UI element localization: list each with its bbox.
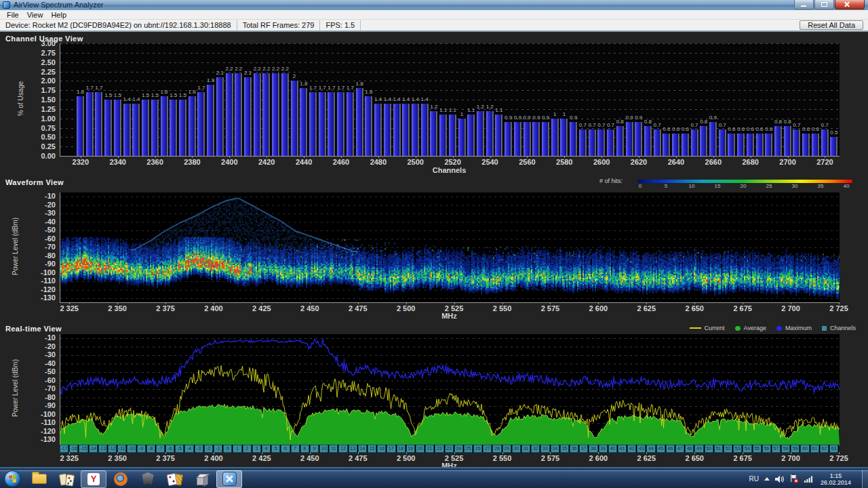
maximize-button[interactable] [814,0,834,9]
usage-bar [384,104,391,157]
solitaire-cards-icon [167,473,183,485]
taskbar-explorer-button[interactable] [26,470,52,488]
channel-marker: -12 [108,445,117,453]
usage-tick-mark [229,156,230,158]
usage-tick-mark [751,156,751,158]
hits-tick: 40 [840,183,852,189]
legend-swatch-maximum [776,326,782,331]
volume-icon[interactable] [775,475,785,483]
usage-bar [495,115,502,156]
channel-marker: 61 [810,445,819,453]
usage-bar [142,100,149,156]
usage-bar-value: 1.7 [90,85,108,91]
usage-bar [189,96,196,157]
mhz-tick-mark [69,452,70,454]
usage-bar [756,134,764,156]
channel-marker: 28 [492,445,501,453]
usage-bar-value: 0.9 [565,115,583,121]
usage-bar [728,134,735,156]
mhz-tick-mark [550,452,551,454]
mhz-tick-mark [310,452,311,454]
reset-all-data-button[interactable]: Reset All Data [800,20,863,30]
start-button[interactable] [4,470,21,487]
usage-bar [374,104,382,157]
channel-marker: 37 [579,445,588,453]
usage-bar [467,115,475,156]
usage-bar [505,122,512,156]
close-button[interactable] [835,0,865,9]
usage-bar [691,129,698,156]
show-desktop-button[interactable] [862,470,868,488]
usage-bar [542,122,549,156]
usage-bar [635,122,642,156]
mhz-tick-mark [406,302,407,304]
channel-usage-section: Channel Usage View % of Usage 3.002.752.… [0,33,868,177]
usage-tick-mark [267,156,267,158]
rf-frames-status: Total RF Frames: 279 [237,20,321,30]
channel-marker: 53 [733,445,742,453]
usage-bar [291,81,298,156]
usage-y-tick: 1.50 [27,96,56,104]
usage-y-tick: 0.25 [27,142,56,150]
airview-app-icon [222,472,237,486]
taskbar: Y RU [0,469,868,488]
usage-bar [207,85,214,156]
usage-bar [421,104,429,157]
usage-x-tick: 2340 [103,158,133,166]
channel-marker: -4 [184,445,193,453]
usage-x-axis-label: Channels [60,166,839,174]
power-y-tick: -20 [27,201,56,209]
mhz-tick-mark [791,452,791,454]
power-y-tick: -80 [27,251,56,260]
taskbar-solitaire-button[interactable] [162,470,188,488]
clock[interactable]: 1:15 26.02.2014 [821,472,851,486]
mhz-tick-mark [165,452,166,454]
usage-x-tick: 2580 [549,158,579,166]
world-of-tanks-icon [142,472,154,485]
channel-marker: 30 [512,445,521,453]
channel-marker: 48 [685,445,694,453]
channel-marker: 43 [637,445,646,453]
taskbar-airview-button[interactable] [216,470,242,488]
taskbar-domino-game-button[interactable] [54,470,79,488]
menu-item-file[interactable]: File [3,10,23,20]
taskbar-3d-box-button[interactable] [189,470,215,488]
realtime-plot [60,334,840,445]
channel-marker: 1 [233,445,241,453]
channel-marker: 47 [675,445,684,453]
usage-y-tick: 2.25 [27,68,56,76]
hidden-icons-chevron-icon[interactable] [764,477,770,481]
language-indicator[interactable]: RU [749,475,759,483]
usage-gridline [60,72,840,73]
usage-bar-value: 2 [285,73,303,79]
usage-bar [170,100,177,156]
title-bar[interactable]: AirView Spectrum Analyzer [0,0,868,10]
channel-marker: 63 [829,445,838,453]
usage-bar [254,73,261,156]
taskbar-wot-button[interactable] [135,470,161,488]
power-y-tick: -60 [27,376,56,384]
network-signal-icon[interactable] [804,475,814,483]
channel-marker: 2 [243,445,252,453]
usage-bar [551,119,559,156]
menu-item-view[interactable]: View [23,10,47,20]
menu-item-help[interactable]: Help [47,10,71,20]
status-toolbar: Device: Rocket M2 (DC9FDB9A94E2) on ubnt… [0,20,868,31]
usage-bar [86,92,94,156]
channel-marker: 21 [425,445,434,453]
usage-bar [663,134,670,156]
channel-marker: 50 [705,445,713,453]
usage-bar [719,129,726,156]
realtime-canvas [60,334,840,445]
taskbar-firefox-button[interactable] [108,470,134,488]
usage-y-tick: 0.50 [27,133,56,141]
minimize-button[interactable] [794,0,814,9]
usage-gridline [60,90,840,91]
realtime-y-ticks: -10-20-30-40-50-60-70-80-90-100-110-120-… [27,334,57,445]
mhz-tick-mark [69,302,70,304]
channel-marker: 10 [319,445,328,453]
taskbar-yandex-button[interactable]: Y [81,470,106,488]
channel-marker: 55 [753,445,762,453]
usage-bar [458,119,466,156]
action-center-flag-icon[interactable] [790,474,799,483]
